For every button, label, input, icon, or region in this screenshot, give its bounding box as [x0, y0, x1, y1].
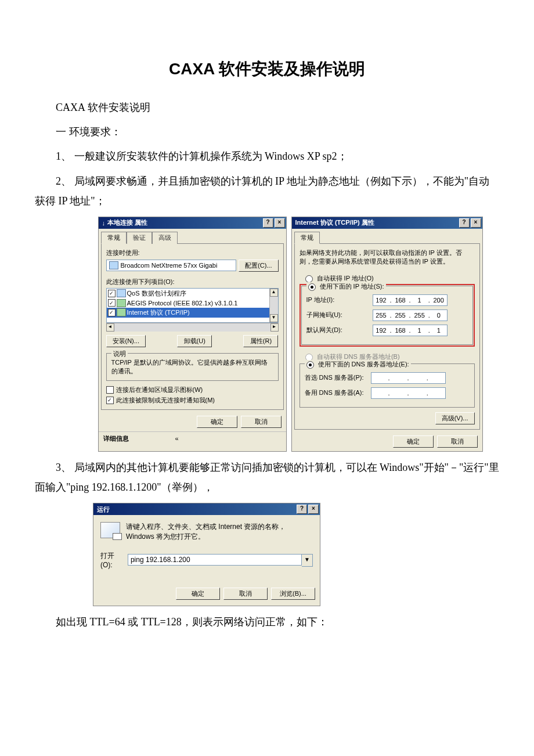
- lan-tabs: 常规 验证 高级: [99, 229, 286, 243]
- help-button[interactable]: ?: [297, 505, 307, 514]
- connect-using-label: 连接时使用:: [106, 249, 279, 257]
- use-dns-label: 使用下面的 DNS 服务器地址(E):: [318, 361, 409, 368]
- radio-use-ip[interactable]: [308, 283, 316, 291]
- para-3: 3、 局域网内的其他计算机要能够正常访问插加密锁的计算机，可以在 Windows…: [35, 458, 499, 497]
- install-button[interactable]: 安装(N)...: [106, 335, 146, 347]
- tab-advanced[interactable]: 高级: [152, 232, 178, 244]
- help-button[interactable]: ?: [263, 218, 273, 228]
- radio-use-dns[interactable]: [306, 361, 314, 369]
- open-combobox[interactable]: ▼: [128, 554, 313, 567]
- tab-general-ip[interactable]: 常规: [294, 232, 320, 244]
- tab-auth[interactable]: 验证: [127, 232, 152, 244]
- ok-button[interactable]: 确定: [197, 416, 237, 428]
- auto-dns-label: 自动获得 DNS 服务器地址(B): [317, 353, 400, 360]
- items-label: 此连接使用下列项目(O):: [106, 278, 279, 286]
- scroll-up-icon[interactable]: ▲: [270, 289, 278, 297]
- para-2: 2、 局域网要求畅通，并且插加密锁的计算机的 IP 地址为静态地址（例如下示），…: [35, 171, 499, 211]
- checkbox-notify-icon[interactable]: [106, 386, 114, 394]
- description-text: TCP/IP 是默认的广域网协议。它提供跨越多种互联网络的通讯。: [111, 358, 273, 376]
- adapter-name: Broadcom NetXtreme 57xx Gigabi: [121, 262, 218, 269]
- dns1-label: 首选 DNS 服务器(P):: [305, 373, 369, 382]
- scrollbar-vertical[interactable]: ▲ ▼: [269, 289, 278, 322]
- gateway-label: 默认网关(D):: [306, 326, 370, 334]
- close-button[interactable]: ×: [275, 218, 285, 228]
- item-qos: QoS 数据包计划程序: [127, 289, 186, 298]
- run-title-text: 运行: [97, 505, 110, 514]
- items-listbox[interactable]: QoS 数据包计划程序 AEGIS Protocol (IEEE 802.1x)…: [106, 288, 279, 323]
- advanced-button[interactable]: 高级(V)...: [435, 412, 475, 424]
- item-aegis: AEGIS Protocol (IEEE 802.1x) v3.1.0.1: [127, 300, 238, 307]
- run-hint: 请键入程序、文件夹、文档或 Internet 资源的名称，Windows 将为您…: [126, 522, 313, 542]
- subtitle: CAXA 软件安装说明: [35, 98, 499, 117]
- scrollbar-horizontal[interactable]: ◄ ►: [106, 323, 279, 332]
- subnet-mask-label: 子网掩码(U):: [306, 311, 370, 319]
- item-tcpip: Internet 协议 (TCP/IP): [127, 308, 190, 317]
- uninstall-button[interactable]: 卸载(U): [177, 335, 212, 347]
- checkbox-icon[interactable]: [108, 309, 116, 316]
- env-heading: 一 环境要求：: [35, 122, 499, 142]
- details-label: 详细信息: [103, 434, 129, 443]
- tcpip-icon: [117, 308, 126, 316]
- dns2-label: 备用 DNS 服务器(A):: [305, 388, 369, 397]
- checkbox-limited-icon[interactable]: [106, 397, 114, 404]
- cb-show-icon: 连接后在通知区域显示图标(W): [116, 386, 203, 394]
- lan-titlebar: ↓ 本地连接 属性 ? ×: [99, 217, 286, 229]
- ip-panel: 如果网络支持此功能，则可以获取自动指派的 IP 设置。否则，您需要从网络系统管理…: [294, 243, 480, 430]
- checkbox-icon[interactable]: [108, 299, 116, 307]
- cb-limited: 此连接被限制或无连接时通知我(M): [116, 396, 215, 405]
- lan-panel: 连接时使用: Broadcom NetXtreme 57xx Gigabi 配置…: [101, 243, 284, 410]
- cancel-button[interactable]: 取消: [437, 435, 478, 448]
- run-dialog: 运行 ? × 请键入程序、文件夹、文档或 Internet 资源的名称，Wind…: [93, 503, 320, 606]
- cancel-button[interactable]: 取消: [223, 588, 268, 600]
- auto-ip-label: 自动获得 IP 地址(O): [317, 275, 374, 282]
- close-button[interactable]: ×: [308, 505, 319, 514]
- ip-titlebar: Internet 协议 (TCP/IP) 属性 ? ×: [292, 217, 482, 229]
- para-4: 如出现 TTL=64 或 TTL=128，则表示网络访问正常，如下：: [35, 612, 499, 632]
- aegis-icon: [117, 299, 126, 307]
- gateway-input[interactable]: 192. 168. 1. 1: [373, 325, 448, 336]
- configure-button[interactable]: 配置(C)...: [239, 260, 278, 272]
- doc-title: CAXA 软件安装及操作说明: [35, 58, 499, 80]
- dialog-figures: ↓ 本地连接 属性 ? × 常规 验证 高级 连接时使用: Broadcom: [81, 217, 499, 452]
- description-legend: 说明: [111, 350, 128, 358]
- details-bar[interactable]: 详细信息 «: [99, 431, 286, 445]
- lan-properties-dialog: ↓ 本地连接 属性 ? × 常规 验证 高级 连接时使用: Broadcom: [98, 217, 287, 452]
- ip-title-text: Internet 协议 (TCP/IP) 属性: [295, 218, 374, 227]
- dns2-input[interactable]: ...: [371, 387, 446, 399]
- static-ip-highlight: 使用下面的 IP 地址(S): IP 地址(I): 192. 168. 1. 2…: [300, 284, 475, 347]
- scroll-down-icon[interactable]: ▼: [270, 314, 278, 322]
- chevron-up-icon: «: [175, 435, 179, 442]
- subnet-mask-input[interactable]: 255. 255. 255. 0: [373, 309, 448, 321]
- open-input[interactable]: [128, 554, 302, 566]
- scroll-left-icon[interactable]: ◄: [106, 323, 114, 332]
- checkbox-icon[interactable]: [108, 290, 116, 297]
- qos-icon: [117, 289, 126, 297]
- ip-intro: 如果网络支持此功能，则可以获取自动指派的 IP 设置。否则，您需要从网络系统管理…: [300, 249, 475, 266]
- run-titlebar: 运行 ? ×: [93, 503, 320, 515]
- ip-address-label: IP 地址(I):: [306, 296, 370, 304]
- cancel-button[interactable]: 取消: [241, 416, 282, 428]
- ip-address-input[interactable]: 192. 168. 1. 200: [373, 294, 448, 306]
- help-button[interactable]: ?: [459, 218, 470, 228]
- ok-button[interactable]: 确定: [393, 435, 434, 448]
- radio-auto-ip[interactable]: [305, 275, 313, 283]
- browse-button[interactable]: 浏览(B)...: [271, 588, 315, 600]
- tcpip-properties-dialog: Internet 协议 (TCP/IP) 属性 ? × 常规 如果网络支持此功能…: [291, 217, 483, 452]
- use-ip-label: 使用下面的 IP 地址(S):: [320, 283, 384, 290]
- dropdown-icon[interactable]: ▼: [302, 554, 313, 567]
- description-group: 说明 TCP/IP 是默认的广域网协议。它提供跨越多种互联网络的通讯。: [106, 353, 279, 381]
- scroll-right-icon[interactable]: ►: [270, 323, 279, 332]
- dns1-input[interactable]: ...: [371, 372, 446, 384]
- down-arrow-icon: ↓: [102, 219, 106, 226]
- tab-general[interactable]: 常规: [101, 232, 127, 244]
- close-button[interactable]: ×: [471, 218, 481, 228]
- para-1: 1、 一般建议所安装软件的计算机操作系统为 Windows XP sp2；: [35, 146, 499, 166]
- run-icon: [100, 522, 120, 538]
- properties-button[interactable]: 属性(R): [243, 335, 278, 347]
- lan-title-text: 本地连接 属性: [107, 218, 147, 227]
- open-label: 打开(O):: [100, 551, 123, 569]
- nic-icon: [109, 261, 118, 269]
- ok-button[interactable]: 确定: [176, 588, 220, 600]
